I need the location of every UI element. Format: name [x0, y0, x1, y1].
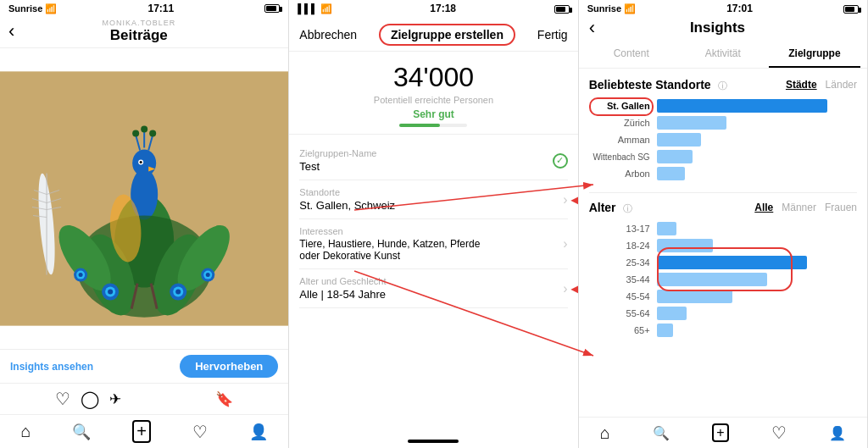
zielgruppe-header: Abbrechen Zielgruppe erstellen Fertig: [289, 17, 577, 52]
time-label: 17:11: [147, 3, 174, 14]
bar-fill-wittenbach: [657, 150, 693, 163]
toggle-countries[interactable]: Länder: [826, 79, 857, 91]
activity-icon-3[interactable]: ♡: [771, 423, 787, 443]
search-icon-3[interactable]: 🔍: [653, 425, 670, 441]
field-standorte-content: Standorte St. Gallen, Schweiz: [299, 187, 395, 212]
tab-aktivitat[interactable]: Aktivität: [677, 41, 769, 68]
field-interessen[interactable]: Interessen Tiere, Haustiere, Hunde, Katz…: [299, 219, 567, 269]
bar-row-55-64: 55-64: [589, 307, 857, 320]
status-bar-1: Sunrise 📶 17:11: [0, 0, 288, 17]
bar-fill-amman: [657, 133, 701, 147]
post-actions: Insights ansehen Hervorheben: [0, 349, 288, 383]
field-name[interactable]: Zielgruppen-Name Test ✓: [299, 141, 567, 180]
home-icon[interactable]: ⌂: [20, 422, 31, 441]
check-icon: ✓: [553, 153, 568, 169]
field-interessen-label: Interessen: [299, 226, 480, 236]
bar-row-st-gallen: St. Gallen: [589, 99, 857, 113]
svg-point-13: [149, 130, 156, 136]
done-button[interactable]: Fertig: [537, 28, 568, 41]
audience-form: Zielgruppen-Name Test ✓ Standorte St. Ga…: [289, 135, 577, 434]
home-icon-3[interactable]: ⌂: [600, 423, 610, 443]
svg-point-7: [132, 149, 156, 176]
quality-label: Sehr gut: [298, 108, 569, 120]
bar-label-55-64: 55-64: [589, 308, 657, 318]
svg-point-24: [108, 290, 113, 295]
bar-label-18-24: 18-24: [589, 241, 657, 251]
bar-bg-25-34: [657, 256, 857, 269]
alter-title-group: Alter ⓘ: [589, 200, 632, 215]
bar-fill-18-24: [657, 239, 713, 252]
cancel-button[interactable]: Abbrechen: [299, 28, 357, 41]
alter-toggle: Alle Männer Frauen: [754, 202, 857, 213]
left-icons: ♡ ◯ ✈: [55, 389, 121, 409]
create-audience-button[interactable]: Zielgruppe erstellen: [379, 24, 515, 46]
profile-icon[interactable]: 👤: [249, 423, 268, 441]
like-icon[interactable]: ♡: [55, 389, 70, 409]
field-alter[interactable]: Alter und Geschlecht Alle | 18-54 Jahre …: [299, 269, 567, 308]
field-name-content: Zielgruppen-Name Test: [299, 148, 376, 173]
profile-icon-3[interactable]: 👤: [829, 425, 846, 441]
info-icon[interactable]: ⓘ: [718, 80, 727, 91]
bar-row-25-34: 25-34: [589, 256, 857, 269]
tab-content[interactable]: Content: [586, 41, 677, 68]
bar-label-wittenbach: Wittenbach SG: [589, 152, 657, 162]
field-alter-right: ›: [563, 281, 567, 296]
bar-fill-55-64: [657, 307, 687, 320]
search-icon[interactable]: 🔍: [72, 423, 91, 441]
toggle-cities[interactable]: Städte: [786, 79, 817, 91]
bar-label-arbon: Arbon: [589, 169, 657, 179]
standorte-toggle: Städte Länder: [786, 79, 857, 91]
bar-bg-18-24: [657, 239, 857, 252]
bar-row-18-24: 18-24: [589, 239, 857, 252]
add-icon[interactable]: +: [132, 420, 151, 443]
bar-label-35-44: 35-44: [589, 274, 657, 285]
audience-subtitle: Potentiell erreichte Personen: [298, 95, 569, 105]
bar-row-35-44: 35-44: [589, 273, 857, 286]
bar-row-arbon: Arbon: [589, 167, 857, 180]
bar-label-65plus: 65+: [589, 325, 657, 335]
bar-label-st-gallen: St. Gallen: [589, 101, 657, 111]
share-icon[interactable]: ✈: [109, 390, 121, 408]
alter-info-icon[interactable]: ⓘ: [623, 203, 632, 213]
bottom-nav-3: ⌂ 🔍 + ♡ 👤: [579, 417, 867, 448]
field-standorte[interactable]: Standorte St. Gallen, Schweiz › ◄: [299, 180, 567, 219]
bar-fill-13-17: [657, 222, 677, 235]
field-name-label: Zielgruppen-Name: [299, 148, 376, 158]
field-alter-value: Alle | 18-54 Jahre: [299, 288, 386, 301]
add-icon-3[interactable]: +: [712, 423, 728, 442]
alter-title: Alter: [589, 201, 616, 214]
tab-zielgruppe[interactable]: Zielgruppe: [769, 41, 860, 68]
svg-point-11: [141, 125, 147, 132]
standorte-section-header: Beliebteste Standorte ⓘ Städte Länder: [589, 77, 857, 92]
wifi-icon-2: 📶: [320, 3, 332, 14]
bar-bg-55-64: [657, 307, 857, 320]
back-button-3[interactable]: ‹: [589, 19, 595, 37]
bar-bg-arbon: [657, 167, 857, 180]
highlight-button[interactable]: Hervorheben: [180, 355, 278, 378]
insights-link[interactable]: Insights ansehen: [10, 361, 93, 373]
bar-row-45-54: 45-54: [589, 290, 857, 303]
bar-row-13-17: 13-17: [589, 222, 857, 235]
chevron-icon-standorte: ›: [563, 192, 567, 207]
signal-group: Sunrise 📶: [8, 3, 57, 14]
insights-content: Beliebteste Standorte ⓘ Städte Länder St…: [579, 69, 867, 417]
carrier-label-3: Sunrise: [587, 3, 621, 14]
home-indicator: [408, 440, 459, 443]
time-label-3: 17:01: [726, 3, 753, 14]
bar-row-wittenbach: Wittenbach SG: [589, 150, 857, 163]
back-button[interactable]: ‹: [8, 22, 14, 41]
feed-title-group: MONIKA.TOBLER Beiträge: [102, 19, 175, 44]
field-interessen-value: Tiere, Haustiere, Hunde, Katzen, Pferdeo…: [299, 238, 480, 262]
activity-icon[interactable]: ♡: [192, 422, 208, 442]
audience-reach: 34'000 Potentiell erreichte Personen Seh…: [289, 52, 577, 135]
bookmark-icon[interactable]: 🔖: [215, 390, 233, 408]
toggle-alle[interactable]: Alle: [754, 202, 773, 213]
quality-fill: [399, 124, 440, 127]
battery-icon-2: [554, 5, 570, 14]
standorte-chart: St. Gallen Zürich Amman Wittenbach SG: [589, 99, 857, 180]
quality-bar: [399, 124, 467, 127]
bar-bg-35-44: [657, 273, 857, 286]
toggle-frauen[interactable]: Frauen: [825, 202, 857, 213]
comment-icon[interactable]: ◯: [81, 389, 99, 409]
toggle-manner[interactable]: Männer: [782, 202, 816, 213]
